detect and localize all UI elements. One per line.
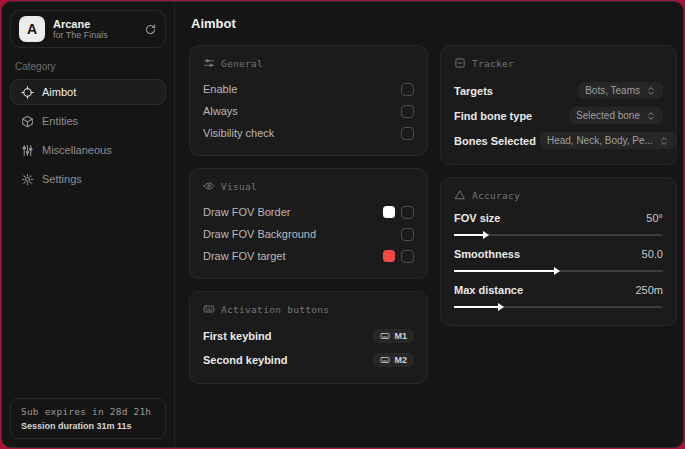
- scan-box-icon: [454, 57, 466, 69]
- triangle-icon: [454, 189, 466, 201]
- setting-row-always: Always: [203, 100, 414, 122]
- setting-row-fov-target: Draw FOV target: [203, 245, 414, 267]
- adjust-icon: [21, 144, 34, 157]
- setting-label: FOV size: [454, 212, 500, 224]
- setting-label: Max distance: [454, 284, 523, 296]
- setting-row-targets: Targets Bots, Teams: [454, 78, 663, 103]
- first-keybind-button[interactable]: M1: [373, 329, 414, 343]
- slider-value: 50.0: [642, 248, 663, 260]
- app-window: A Arcane for The Finals Category Aimbot …: [1, 1, 684, 448]
- sidebar: A Arcane for The Finals Category Aimbot …: [2, 2, 175, 447]
- targets-select[interactable]: Bots, Teams: [578, 82, 663, 99]
- keyboard-icon: [380, 355, 390, 365]
- section-title: General: [221, 58, 263, 69]
- sidebar-item-entities[interactable]: Entities: [10, 108, 166, 134]
- sidebar-item-label: Aimbot: [42, 86, 76, 98]
- visual-card: Visual Draw FOV Border Draw FOV Backgrou…: [189, 168, 428, 279]
- select-value: Head, Neck, Body, Pe...: [547, 135, 653, 146]
- setting-label: Draw FOV target: [203, 250, 286, 262]
- chevron-up-down-icon: [646, 86, 656, 96]
- setting-row-fov-background: Draw FOV Background: [203, 223, 414, 245]
- section-title: Activation buttons: [221, 304, 329, 315]
- chevron-up-down-icon: [659, 136, 669, 146]
- enable-checkbox[interactable]: [401, 83, 414, 96]
- setting-row-first-keybind: First keybind M1: [203, 324, 414, 348]
- setting-label: Smoothness: [454, 248, 520, 260]
- setting-label: Draw FOV Border: [203, 206, 290, 218]
- setting-label: Targets: [454, 85, 493, 97]
- keyboard-icon: [380, 331, 390, 341]
- slider-fill[interactable]: [454, 234, 483, 236]
- sidebar-nav: Aimbot Entities Miscellaneous Settings: [10, 79, 166, 192]
- refresh-icon[interactable]: [144, 23, 157, 36]
- page-title: Aimbot: [191, 16, 669, 31]
- chevron-up-down-icon: [646, 111, 656, 121]
- app-logo-card: A Arcane for The Finals: [10, 10, 166, 48]
- setting-row-find-bone-type: Find bone type Selected bone: [454, 103, 663, 128]
- session-duration-text: Session duration 31m 11s: [21, 421, 155, 431]
- setting-label: Enable: [203, 83, 237, 95]
- setting-label: Visibility check: [203, 127, 274, 139]
- eye-icon: [203, 180, 215, 192]
- select-value: Selected bone: [576, 110, 640, 121]
- subscription-card: Sub expires in 28d 21h Session duration …: [10, 398, 166, 439]
- fov-border-checkbox[interactable]: [401, 206, 414, 219]
- app-subtitle: for The Finals: [53, 30, 108, 40]
- setting-row-second-keybind: Second keybind M2: [203, 348, 414, 372]
- slider-value: 50°: [646, 212, 663, 224]
- section-title: Tracker: [472, 58, 514, 69]
- sidebar-item-settings[interactable]: Settings: [10, 166, 166, 192]
- keybind-value: M2: [394, 355, 407, 365]
- slider-fill[interactable]: [454, 306, 498, 308]
- max-distance-slider[interactable]: [454, 306, 663, 308]
- setting-row-fov-border: Draw FOV Border: [203, 201, 414, 223]
- always-checkbox[interactable]: [401, 105, 414, 118]
- setting-row-enable: Enable: [203, 78, 414, 100]
- bones-selected-select[interactable]: Head, Neck, Body, Pe...: [540, 132, 676, 149]
- gear-icon: [21, 173, 34, 186]
- sub-expiry-text: Sub expires in 28d 21h: [21, 406, 155, 417]
- setting-label: First keybind: [203, 330, 271, 342]
- slider-fill[interactable]: [454, 270, 554, 272]
- keyboard-icon: [203, 303, 215, 315]
- tracker-card: Tracker Targets Bots, Teams Find bone ty…: [440, 45, 677, 165]
- fov-target-checkbox[interactable]: [401, 250, 414, 263]
- accuracy-card: Accuracy FOV size 50° Smoothness: [440, 177, 677, 326]
- fov-target-color-swatch[interactable]: [383, 250, 395, 262]
- sidebar-item-miscellaneous[interactable]: Miscellaneous: [10, 137, 166, 163]
- second-keybind-button[interactable]: M2: [373, 353, 414, 367]
- setting-row-max-distance: Max distance 250m: [454, 282, 663, 308]
- sidebar-item-aimbot[interactable]: Aimbot: [10, 79, 166, 105]
- setting-label: Find bone type: [454, 110, 532, 122]
- app-logo: A: [19, 16, 45, 42]
- setting-label: Second keybind: [203, 354, 287, 366]
- select-value: Bots, Teams: [585, 85, 640, 96]
- smoothness-slider[interactable]: [454, 270, 663, 272]
- section-title: Visual: [221, 181, 257, 192]
- sidebar-item-label: Miscellaneous: [42, 144, 112, 156]
- setting-label: Draw FOV Background: [203, 228, 316, 240]
- sidebar-item-label: Settings: [42, 173, 82, 185]
- visibility-check-checkbox[interactable]: [401, 127, 414, 140]
- fov-border-color-swatch[interactable]: [383, 206, 395, 218]
- setting-row-fov-size: FOV size 50°: [454, 210, 663, 236]
- slider-value: 250m: [635, 284, 663, 296]
- find-bone-type-select[interactable]: Selected bone: [569, 107, 663, 124]
- setting-label: Always: [203, 105, 238, 117]
- fov-size-slider[interactable]: [454, 234, 663, 236]
- cube-icon: [21, 115, 34, 128]
- main-content: Aimbot General Enable Always: [175, 2, 683, 447]
- sidebar-item-label: Entities: [42, 115, 78, 127]
- sliders-icon: [203, 57, 215, 69]
- fov-background-checkbox[interactable]: [401, 228, 414, 241]
- app-name: Arcane: [53, 18, 108, 31]
- setting-label: Bones Selected: [454, 135, 536, 147]
- keybind-value: M1: [394, 331, 407, 341]
- setting-row-visibility-check: Visibility check: [203, 122, 414, 144]
- section-title: Accuracy: [472, 190, 520, 201]
- setting-row-bones-selected: Bones Selected Head, Neck, Body, Pe...: [454, 128, 663, 153]
- crosshair-icon: [21, 86, 34, 99]
- category-label: Category: [15, 61, 161, 72]
- setting-row-smoothness: Smoothness 50.0: [454, 246, 663, 272]
- activation-buttons-card: Activation buttons First keybind M1 Seco…: [189, 291, 428, 384]
